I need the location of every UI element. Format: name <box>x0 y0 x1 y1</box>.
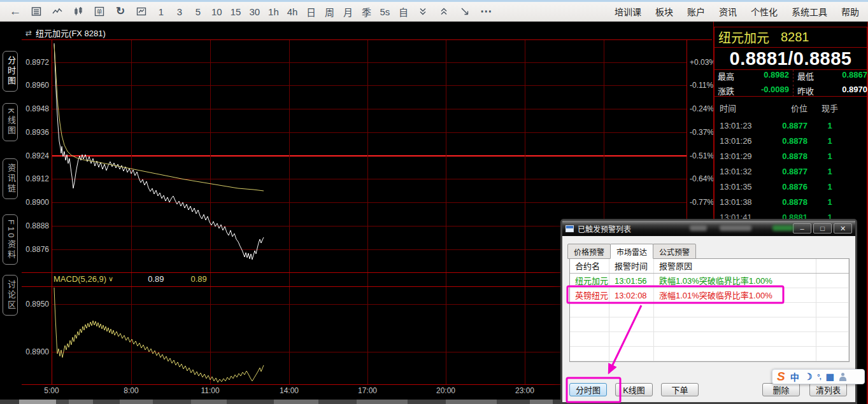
toolbar-period-5s[interactable]: 5s <box>380 6 390 17</box>
toolbar-period-week[interactable]: 周 <box>324 5 334 18</box>
taskbar-strip[interactable] <box>0 400 560 404</box>
quote-list-icon[interactable] <box>30 5 43 18</box>
chevron-double-down-icon[interactable] <box>416 5 429 18</box>
tick-row: 13:01:260.88781 <box>715 134 867 149</box>
toolbar-period-15[interactable]: 15 <box>231 6 241 17</box>
toolbar-period-custom[interactable]: 自 <box>398 5 408 18</box>
change-label: 涨跌 <box>718 85 741 97</box>
percent-axis-label: -0.24% <box>690 104 713 113</box>
price-axis-label: 0.8972 <box>25 58 49 67</box>
toolbar-period-1h[interactable]: 1h <box>268 6 279 17</box>
dialog-controls: – □ ✕ <box>793 223 852 233</box>
maximize-button[interactable]: □ <box>813 223 832 233</box>
quote-title: 纽元加元 8281 <box>714 27 867 48</box>
price-axis-label: 0.8948 <box>25 104 49 113</box>
dialog-left-buttons: 分时图 K线图 下单 <box>569 383 699 396</box>
bid-ask-price: 0.8881/0.8885 <box>714 47 867 70</box>
delete-button[interactable]: 删除 <box>762 383 800 396</box>
menu-account[interactable]: 账户 <box>687 5 705 18</box>
menu-news[interactable]: 资讯 <box>719 5 737 18</box>
candlestick-icon[interactable] <box>72 5 85 18</box>
percent-axis-label: -0.77% <box>690 198 713 207</box>
alert-row-gbpnzd[interactable]: 英镑纽元13:02:08涨幅1.01%突破临界比率1.00% <box>570 288 849 303</box>
percent-axis-label: -0.11% <box>690 81 713 90</box>
price-axis-label: 0.8924 <box>25 151 49 160</box>
menu-system-tools[interactable]: 系统工具 <box>792 5 827 18</box>
toolbar-period-3[interactable]: 3 <box>174 6 185 17</box>
keyboard-icon[interactable]: ▦ <box>826 372 834 382</box>
sidebar-tab-timeshare[interactable]: 分时图 <box>3 51 18 92</box>
user-icon[interactable] <box>839 373 846 381</box>
punctuation-icon[interactable]: °, <box>817 373 820 380</box>
percent-axis-label: -0.51% <box>690 151 713 160</box>
place-order-button[interactable]: 下单 <box>661 383 699 396</box>
dialog-window-icon <box>566 225 574 232</box>
tab-market-radar[interactable]: 市场雷达 <box>610 244 653 259</box>
order-panel-icon[interactable]: 单 <box>93 5 106 18</box>
minimize-button[interactable]: – <box>793 223 811 233</box>
more-icon[interactable]: ⋯ <box>480 5 492 18</box>
instrument-code: 8281 <box>781 30 809 45</box>
dialog-tabs: 价格预警 市场雷达 公式预警 <box>567 244 695 259</box>
kline-chart-button[interactable]: K线图 <box>615 383 653 396</box>
toolbar-period-month[interactable]: 月 <box>343 5 353 18</box>
menu-personalize[interactable]: 个性化 <box>751 5 778 18</box>
x-axis-label: 11:00 <box>201 386 219 395</box>
close-button[interactable]: ✕ <box>834 223 852 233</box>
toolbar-period-quarter[interactable]: 季 <box>361 5 371 18</box>
toolbar-period-30[interactable]: 30 <box>249 6 260 17</box>
menu-help[interactable]: 帮助 <box>841 5 859 18</box>
tick-list-header: 时间 价位 现手 <box>715 101 867 117</box>
moon-icon[interactable]: ☽ <box>804 372 813 382</box>
dialog-titlebar[interactable]: 已触发预警列表 – □ ✕ <box>562 221 855 236</box>
change-value: -0.0089 <box>741 85 789 97</box>
empty-row <box>570 347 849 361</box>
macd-label[interactable]: MACD(5,26,9) <box>53 274 106 284</box>
sidebar-tab-f10[interactable]: F10资料 <box>3 214 18 265</box>
ime-tray: S 中 ☽ °, ▦ <box>772 369 865 384</box>
sidebar-tab-newschain[interactable]: 资讯链 <box>3 158 18 199</box>
quote-stats: 最高 0.8982 最低 0.8867 涨跌 -0.0089 昨收 0.8970 <box>714 69 867 97</box>
menu-sectors[interactable]: 板块 <box>655 5 673 18</box>
tick-row: 13:01:380.88781 <box>715 195 867 210</box>
low-value: 0.8867 <box>816 70 867 82</box>
empty-row <box>570 303 849 317</box>
instrument-name: 纽元加元 <box>718 28 769 46</box>
tab-formula-alert[interactable]: 公式预警 <box>653 244 696 259</box>
high-label: 最高 <box>718 70 741 82</box>
price-axis-label: 0.8900 <box>25 198 49 207</box>
toolbar-period-10[interactable]: 10 <box>211 6 222 17</box>
dialog-right-buttons: 删除 清列表 <box>762 383 847 396</box>
ime-language-icon[interactable]: 中 <box>790 370 799 383</box>
toolbar-period-day[interactable]: 日 <box>306 5 316 18</box>
price-axis-label: 0.8960 <box>25 81 49 90</box>
sidebar-tab-discussion[interactable]: 讨论区 <box>3 275 18 316</box>
alert-row-nzdcad[interactable]: 纽元加元13:01:56跌幅1.03%突破临界比率1.00% <box>570 274 849 288</box>
timeshare-chart-button[interactable]: 分时图 <box>569 383 607 396</box>
menu-training[interactable]: 培训课 <box>615 5 641 18</box>
blurred-background-fragment <box>720 225 751 231</box>
clear-list-button[interactable]: 清列表 <box>809 383 847 396</box>
price-axis-label: 0.8876 <box>25 245 49 254</box>
sogou-logo-icon[interactable]: S <box>777 370 785 383</box>
toolbar-period-5[interactable]: 5 <box>193 6 203 17</box>
toolbar-period-4h[interactable]: 4h <box>287 6 298 17</box>
trend-arrow-icon[interactable] <box>459 5 471 18</box>
lower-axis-label: 0.8900 <box>25 347 49 356</box>
prev-close-label: 昨收 <box>793 85 816 97</box>
refresh-icon[interactable]: ↻ <box>114 5 127 18</box>
macd-dropdown-icon[interactable]: ∨ <box>108 275 113 283</box>
toolbar-period-1[interactable]: 1 <box>156 6 166 17</box>
price-line <box>54 43 264 260</box>
x-axis-label: 23:00 <box>515 386 534 395</box>
chart-title: 纽元加元(FX 8281) <box>36 27 106 39</box>
chevron-double-up-icon[interactable] <box>438 5 450 18</box>
timeline-chart-icon[interactable] <box>51 5 64 18</box>
high-value: 0.8982 <box>741 70 789 82</box>
empty-row <box>570 332 849 347</box>
back-icon[interactable]: ← <box>9 5 22 18</box>
tab-price-alert[interactable]: 价格预警 <box>567 244 611 259</box>
sidebar-tab-kline[interactable]: K线图 <box>3 103 18 141</box>
lower_average-line <box>54 288 264 382</box>
mini-chart-icon[interactable] <box>135 5 148 18</box>
